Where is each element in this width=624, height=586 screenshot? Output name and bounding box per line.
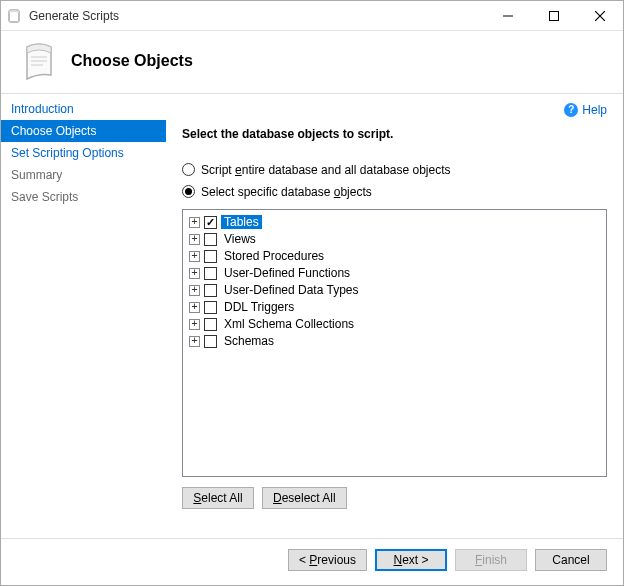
radio-script-entire-label: Script entire database and all database … — [201, 163, 451, 177]
sidebar-item-save-scripts: Save Scripts — [1, 186, 166, 208]
sidebar-item-set-scripting-options[interactable]: Set Scripting Options — [1, 142, 166, 164]
minimize-button[interactable] — [485, 1, 531, 30]
page-title: Choose Objects — [71, 52, 193, 70]
tree-label: User-Defined Data Types — [221, 283, 362, 297]
radio-select-specific[interactable]: Select specific database objects — [182, 185, 607, 199]
wizard-sidebar: Introduction Choose Objects Set Scriptin… — [1, 94, 166, 538]
checkbox[interactable] — [204, 216, 217, 229]
expand-icon[interactable]: + — [189, 217, 200, 228]
tree-item-schemas[interactable]: + Schemas — [185, 333, 604, 350]
checkbox[interactable] — [204, 301, 217, 314]
checkbox[interactable] — [204, 250, 217, 263]
selection-buttons: Select All Deselect All — [182, 487, 607, 509]
tree-item-tables[interactable]: + Tables — [185, 214, 604, 231]
sidebar-item-summary: Summary — [1, 164, 166, 186]
sidebar-item-introduction[interactable]: Introduction — [1, 98, 166, 120]
expand-icon[interactable]: + — [189, 251, 200, 262]
tree-item-ddl-triggers[interactable]: + DDL Triggers — [185, 299, 604, 316]
radio-script-entire[interactable]: Script entire database and all database … — [182, 163, 607, 177]
expand-icon[interactable]: + — [189, 268, 200, 279]
help-row: ? Help — [182, 102, 607, 117]
close-button[interactable] — [577, 1, 623, 30]
window-title: Generate Scripts — [29, 9, 485, 23]
generate-scripts-window: Generate Scripts Choose Objects — [0, 0, 624, 586]
radio-icon — [182, 163, 195, 176]
deselect-all-button[interactable]: Deselect All — [262, 487, 347, 509]
checkbox[interactable] — [204, 267, 217, 280]
wizard-header: Choose Objects — [1, 31, 623, 94]
tree-label: User-Defined Functions — [221, 266, 353, 280]
help-link[interactable]: ? Help — [564, 103, 607, 117]
sidebar-item-choose-objects[interactable]: Choose Objects — [1, 120, 166, 142]
svg-rect-2 — [550, 11, 559, 20]
wizard-footer: < Previous Next > Finish Cancel — [1, 538, 623, 585]
expand-icon[interactable]: + — [189, 336, 200, 347]
radio-select-specific-label: Select specific database objects — [201, 185, 372, 199]
help-icon: ? — [564, 103, 578, 117]
help-label: Help — [582, 103, 607, 117]
tree-label: DDL Triggers — [221, 300, 297, 314]
expand-icon[interactable]: + — [189, 285, 200, 296]
titlebar: Generate Scripts — [1, 1, 623, 31]
checkbox[interactable] — [204, 233, 217, 246]
expand-icon[interactable]: + — [189, 319, 200, 330]
select-all-button[interactable]: Select All — [182, 487, 254, 509]
app-icon — [7, 8, 23, 24]
finish-button: Finish — [455, 549, 527, 571]
radio-icon — [182, 185, 195, 198]
tree-label: Tables — [221, 215, 262, 229]
script-page-icon — [19, 41, 59, 81]
tree-item-user-defined-functions[interactable]: + User-Defined Functions — [185, 265, 604, 282]
tree-label: Stored Procedures — [221, 249, 327, 263]
checkbox[interactable] — [204, 318, 217, 331]
checkbox[interactable] — [204, 335, 217, 348]
tree-item-xml-schema-collections[interactable]: + Xml Schema Collections — [185, 316, 604, 333]
checkbox[interactable] — [204, 284, 217, 297]
tree-item-user-defined-data-types[interactable]: + User-Defined Data Types — [185, 282, 604, 299]
window-controls — [485, 1, 623, 30]
tree-item-stored-procedures[interactable]: + Stored Procedures — [185, 248, 604, 265]
tree-label: Xml Schema Collections — [221, 317, 357, 331]
next-button[interactable]: Next > — [375, 549, 447, 571]
maximize-button[interactable] — [531, 1, 577, 30]
previous-button[interactable]: < Previous — [288, 549, 367, 571]
tree-label: Schemas — [221, 334, 277, 348]
objects-tree[interactable]: + Tables + Views + Stored Procedures + — [182, 209, 607, 477]
cancel-button[interactable]: Cancel — [535, 549, 607, 571]
tree-label: Views — [221, 232, 259, 246]
instruction-text: Select the database objects to script. — [182, 127, 607, 141]
tree-item-views[interactable]: + Views — [185, 231, 604, 248]
expand-icon[interactable]: + — [189, 302, 200, 313]
wizard-content: ? Help Select the database objects to sc… — [166, 94, 623, 538]
expand-icon[interactable]: + — [189, 234, 200, 245]
wizard-body: Introduction Choose Objects Set Scriptin… — [1, 94, 623, 538]
